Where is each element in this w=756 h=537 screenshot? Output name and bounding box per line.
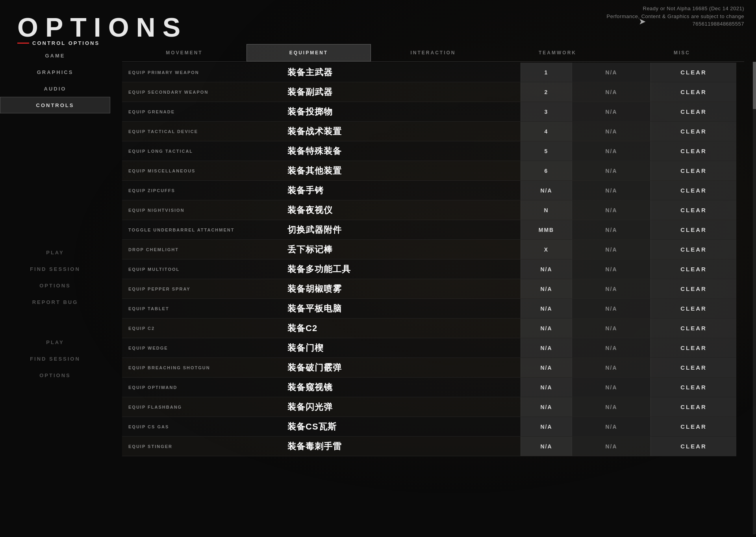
subtitle-text: CONTROL OPTIONS (32, 40, 100, 46)
keybind-key1[interactable]: N/A (521, 417, 572, 436)
keybind-key1[interactable]: MMB (521, 220, 572, 239)
keybind-translation: 装备战术装置 (287, 126, 521, 137)
clear-button[interactable]: CLEAR (650, 397, 736, 417)
clear-button[interactable]: CLEAR (650, 240, 736, 259)
keybind-key1[interactable]: 5 (521, 141, 572, 161)
sidebar-item-options3[interactable]: OPTIONS (0, 367, 110, 383)
sidebar-item-play2[interactable]: PLAY (0, 334, 110, 350)
keybind-key1[interactable]: 4 (521, 122, 572, 141)
keybind-translation: 丢下标记棒 (287, 244, 521, 256)
table-row: EQUIP OPTIWAND 装备窥视镜 N/A N/A CLEAR (122, 378, 736, 397)
keybind-key2[interactable]: N/A (572, 417, 650, 436)
clear-button[interactable]: CLEAR (650, 279, 736, 298)
clear-button[interactable]: CLEAR (650, 378, 736, 397)
clear-button[interactable]: CLEAR (650, 318, 736, 338)
keybind-key2[interactable]: N/A (572, 397, 650, 417)
keybind-key1[interactable]: N/A (521, 378, 572, 397)
sidebar-item-controls[interactable]: CONTROLS (0, 97, 110, 113)
keybind-key2[interactable]: N/A (572, 378, 650, 397)
keybind-key1[interactable]: N/A (521, 318, 572, 338)
keybind-key2[interactable]: N/A (572, 82, 650, 102)
clear-button[interactable]: CLEAR (650, 299, 736, 318)
clear-button[interactable]: CLEAR (650, 338, 736, 357)
keybind-key1[interactable]: 2 (521, 82, 572, 102)
scrollbar-track[interactable] (753, 62, 756, 534)
control-options-subtitle: CONTROL OPTIONS (17, 40, 100, 46)
keybind-key1[interactable]: N/A (521, 338, 572, 357)
keybind-action: EQUIP TACTICAL DEVICE (122, 129, 287, 134)
tab-movement[interactable]: MOVEMENT (122, 44, 246, 61)
keybind-key2[interactable]: N/A (572, 141, 650, 161)
tab-equipment[interactable]: EQUIPMENT (246, 44, 371, 61)
keybind-key2[interactable]: N/A (572, 102, 650, 121)
keybind-translation: 装备窥视镜 (287, 381, 521, 393)
sidebar-item-graphics[interactable]: GRAPHICS (0, 64, 110, 80)
keybind-key1[interactable]: N/A (521, 181, 572, 200)
keybind-key2[interactable]: N/A (572, 437, 650, 456)
keybind-action: EQUIP STINGER (122, 444, 287, 449)
keybind-key1[interactable]: N (521, 200, 572, 220)
keybind-key1[interactable]: N/A (521, 397, 572, 417)
cursor-icon: ➤ (639, 17, 646, 27)
clear-button[interactable]: CLEAR (650, 181, 736, 200)
keybind-translation: 装备C2 (287, 322, 521, 334)
keybind-key2[interactable]: N/A (572, 240, 650, 259)
sidebar-item-find-session2[interactable]: FIND SESSION (0, 350, 110, 367)
keybind-key2[interactable]: N/A (572, 318, 650, 338)
keybind-key1[interactable]: N/A (521, 299, 572, 318)
keybind-key1[interactable]: N/A (521, 279, 572, 298)
keybind-key2[interactable]: N/A (572, 161, 650, 180)
sidebar-item-report-bug[interactable]: REPORT BUG (0, 294, 110, 310)
table-row: EQUIP BREACHING SHOTGUN 装备破门霰弹 N/A N/A C… (122, 358, 736, 378)
keybind-key2[interactable]: N/A (572, 299, 650, 318)
clear-button[interactable]: CLEAR (650, 259, 736, 279)
keybind-key2[interactable]: N/A (572, 358, 650, 377)
keybind-translation: 装备CS瓦斯 (287, 421, 521, 433)
keybind-key2[interactable]: N/A (572, 181, 650, 200)
keybind-key2[interactable]: N/A (572, 338, 650, 357)
keybind-key1[interactable]: X (521, 240, 572, 259)
clear-button[interactable]: CLEAR (650, 102, 736, 121)
clear-button[interactable]: CLEAR (650, 141, 736, 161)
keybind-key2[interactable]: N/A (572, 279, 650, 298)
keybind-key2[interactable]: N/A (572, 220, 650, 239)
keybind-key2[interactable]: N/A (572, 122, 650, 141)
sidebar-item-audio[interactable]: AUDIO (0, 80, 110, 97)
clear-button[interactable]: CLEAR (650, 82, 736, 102)
clear-button[interactable]: CLEAR (650, 417, 736, 436)
keybind-scroll-area[interactable]: EQUIP PRIMARY WEAPON 装备主武器 1 N/A CLEAR E… (122, 62, 756, 534)
tab-misc[interactable]: MISC (620, 44, 744, 61)
clear-button[interactable]: CLEAR (650, 161, 736, 180)
sidebar-item-find-session[interactable]: FIND SESSION (0, 261, 110, 277)
keybind-key1[interactable]: N/A (521, 358, 572, 377)
clear-button[interactable]: CLEAR (650, 200, 736, 220)
keybind-key1[interactable]: N/A (521, 259, 572, 279)
keybind-action: EQUIP BREACHING SHOTGUN (122, 365, 287, 370)
clear-button[interactable]: CLEAR (650, 358, 736, 377)
tab-interaction[interactable]: INTERACTION (371, 44, 495, 61)
table-row: EQUIP MISCELLANEOUS 装备其他装置 6 N/A CLEAR (122, 161, 736, 181)
keybind-key2[interactable]: N/A (572, 63, 650, 82)
keybind-key1[interactable]: 1 (521, 63, 572, 82)
keybind-key2[interactable]: N/A (572, 259, 650, 279)
keybind-translation: 装备平板电脑 (287, 303, 521, 315)
scrollbar-thumb[interactable] (753, 62, 756, 109)
keybind-action: EQUIP MISCELLANEOUS (122, 169, 287, 173)
table-row: EQUIP TACTICAL DEVICE 装备战术装置 4 N/A CLEAR (122, 122, 736, 141)
sidebar-item-game[interactable]: GAME (0, 47, 110, 64)
keybind-key1[interactable]: 6 (521, 161, 572, 180)
clear-button[interactable]: CLEAR (650, 122, 736, 141)
keybind-action: EQUIP SECONDARY WEAPON (122, 90, 287, 94)
keybind-key1[interactable]: 3 (521, 102, 572, 121)
sidebar-item-play[interactable]: PLAY (0, 244, 110, 261)
keybind-translation: 装备闪光弹 (287, 401, 521, 413)
tab-teamwork[interactable]: TEAMWORK (495, 44, 620, 61)
table-row: TOGGLE UNDERBARREL ATTACHMENT 切换武器附件 MMB… (122, 220, 736, 240)
clear-button[interactable]: CLEAR (650, 220, 736, 239)
clear-button[interactable]: CLEAR (650, 437, 736, 456)
sidebar-item-options2[interactable]: OPTIONS (0, 277, 110, 294)
version-info: Ready or Not Alpha 16685 (Dec 14 2021) P… (606, 5, 744, 28)
keybind-key2[interactable]: N/A (572, 200, 650, 220)
clear-button[interactable]: CLEAR (650, 63, 736, 82)
keybind-key1[interactable]: N/A (521, 437, 572, 456)
